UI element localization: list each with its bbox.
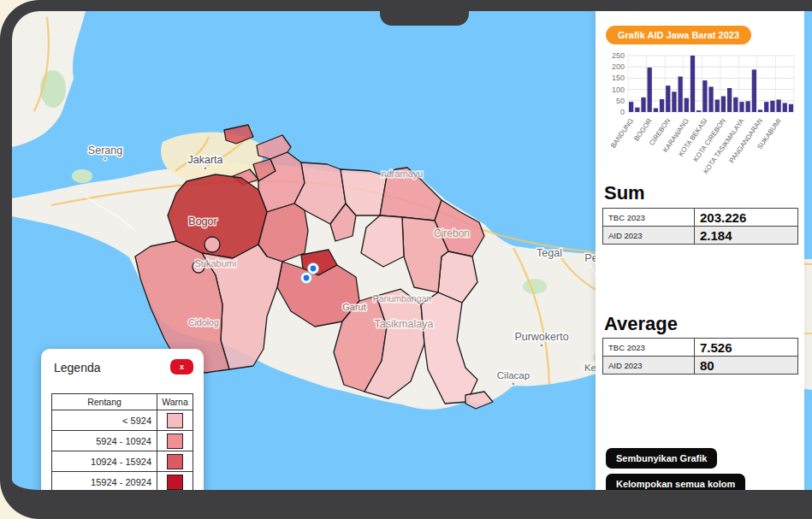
chart-bar: [635, 108, 639, 112]
group-columns-button[interactable]: Kelompokan semua kolom: [606, 474, 745, 490]
chart-bar: [776, 99, 780, 112]
map-city-label: Bogor: [188, 215, 216, 227]
legend-range: 10924 - 15924: [52, 451, 157, 472]
svg-text:250: 250: [612, 51, 625, 60]
map-city-label: Ke: [584, 363, 596, 373]
legend-table: Rentang Warna < 59245924 - 1092410924 - …: [51, 393, 193, 490]
svg-text:150: 150: [612, 74, 625, 82]
sum-row-label: TBC 2023: [603, 209, 695, 227]
map-city-label: Garut: [342, 302, 366, 312]
average-heading: Average: [604, 313, 678, 335]
map-city-label: Cirebon: [434, 227, 470, 239]
legend-panel: Legenda x Rentang Warna < 59245924 - 109…: [41, 349, 204, 490]
legend-color-swatch: [167, 454, 183, 469]
chart-x-label: BANDUNG: [609, 117, 635, 150]
app-root: SerangJakartaBogorndramayuCirebonTegalPe…: [0, 0, 812, 519]
chart-bar: [727, 88, 732, 112]
svg-text:0: 0: [620, 108, 625, 116]
chart-bar: [641, 97, 645, 112]
city-dot-icon: [204, 167, 207, 170]
device-notch: [380, 11, 469, 26]
map-city-label: Cidolog: [188, 317, 219, 327]
sum-row-value: 203.226: [695, 209, 798, 227]
legend-row: 15924 - 20924: [52, 472, 193, 491]
chart-bar: [660, 99, 664, 112]
hide-chart-button[interactable]: Sembunyikan Grafik: [606, 448, 717, 469]
map-marker-icon[interactable]: [308, 263, 319, 274]
city-dot-icon: [104, 157, 107, 161]
map-city-label: Panumbangan: [373, 293, 431, 304]
average-row-value: 7.526: [695, 339, 798, 357]
legend-range: 5924 - 10924: [52, 431, 157, 451]
sum-row-label: AID 2023: [603, 227, 695, 245]
chart-bar: [746, 101, 750, 112]
chart-bar: [789, 104, 793, 112]
chart-bar: [733, 97, 738, 112]
legend-row: 5924 - 10924: [52, 431, 193, 451]
legend-color-swatch: [167, 475, 183, 490]
district-polygon: [204, 237, 220, 252]
city-dot-icon: [512, 382, 515, 386]
chart-bar: [678, 77, 682, 112]
legend-close-button[interactable]: x: [170, 359, 193, 375]
chart-bar: [783, 103, 787, 112]
map-marker-icon[interactable]: [301, 273, 312, 284]
chart-bar: [715, 99, 720, 112]
chart-bar: [708, 86, 713, 112]
sum-heading: Sum: [604, 182, 645, 204]
chart-bar: [690, 56, 695, 112]
chart-bar: [696, 110, 701, 112]
legend-col-rentang: Rentang: [52, 394, 157, 410]
chart-bar: [739, 102, 744, 112]
city-dot-icon: [540, 344, 543, 347]
chart-title-badge: Grafik AID Jawa Barat 2023: [606, 26, 751, 44]
aid-bar-chart: 050100150200250BANDUNGBOGORCIREBONKARAWA…: [599, 47, 803, 182]
chart-bar: [770, 101, 774, 112]
legend-color-swatch: [167, 413, 183, 428]
bar-chart-svg: 050100150200250BANDUNGBOGORCIREBONKARAWA…: [599, 47, 803, 182]
sum-row-value: 2.184: [695, 227, 798, 245]
legend-row: 10924 - 15924: [52, 451, 193, 472]
stats-sidebar: Grafik AID Jawa Barat 2023 0501001502002…: [596, 11, 804, 490]
chart-bar: [648, 68, 652, 112]
chart-bar: [721, 97, 726, 112]
average-row-value: 80: [695, 357, 798, 375]
map-city-label: Tegal: [536, 247, 562, 259]
chart-bar: [758, 109, 762, 112]
chart-bar: [702, 80, 707, 112]
legend-color-swatch: [167, 433, 183, 449]
chart-bar: [629, 102, 633, 112]
device-screen: SerangJakartaBogorndramayuCirebonTegalPe…: [12, 11, 812, 490]
chart-bar: [672, 91, 676, 112]
chart-bar: [654, 109, 658, 112]
map-city-label: ndramayu: [382, 168, 424, 179]
map-city-label: Tasikmalaya: [375, 318, 434, 330]
svg-text:50: 50: [616, 97, 625, 105]
svg-text:200: 200: [612, 62, 625, 71]
map-city-label: Serang: [88, 144, 122, 156]
average-row-label: TBC 2023: [603, 339, 695, 357]
chart-bar: [666, 86, 670, 112]
average-table: TBC 2023 7.526 AID 2023 80: [602, 338, 798, 375]
legend-range: 15924 - 20924: [52, 472, 157, 491]
svg-text:100: 100: [612, 86, 625, 94]
chart-bar: [764, 102, 768, 112]
legend-col-warna: Warna: [157, 394, 193, 410]
map-city-label: Cilacap: [497, 370, 530, 380]
map-city-label: Jakarta: [188, 154, 223, 166]
average-row-label: AID 2023: [603, 357, 695, 375]
map-city-label: Sukabumi: [195, 258, 237, 268]
map-city-label: Purwokerto: [514, 331, 568, 343]
chart-bar: [685, 98, 689, 112]
sum-table: TBC 2023 203.226 AID 2023 2.184: [602, 208, 798, 245]
legend-row: < 5924: [52, 410, 193, 431]
chart-bar: [752, 69, 756, 112]
legend-range: < 5924: [52, 410, 157, 431]
